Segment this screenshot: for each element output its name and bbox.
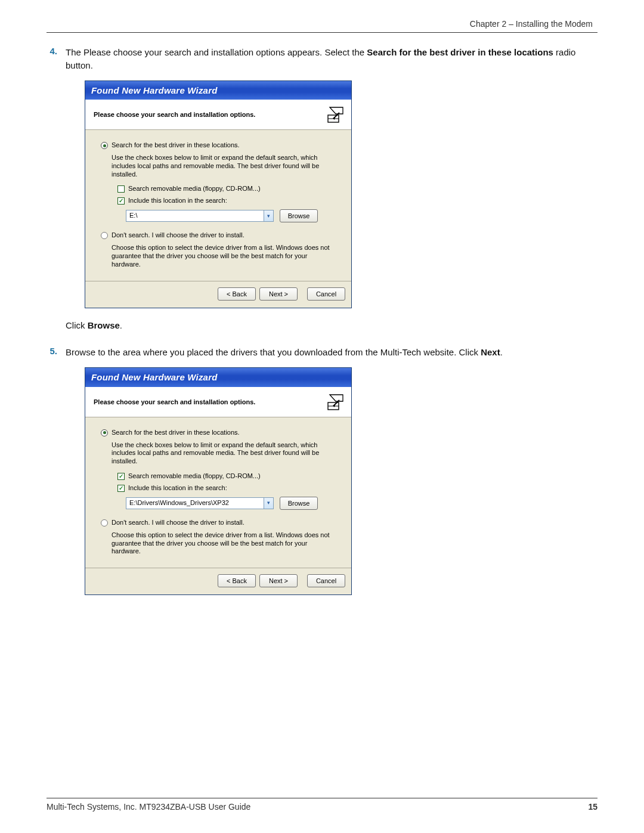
location-input[interactable]: E:\Drivers\Windows_Drivers\XP32: [126, 498, 264, 508]
checkbox-icon: [117, 197, 125, 205]
radio-icon: [101, 142, 108, 149]
radio-label: Search for the best driver in these loca…: [112, 428, 240, 438]
checkbox-icon: [117, 473, 125, 480]
page-footer: Multi-Tech Systems, Inc. MT9234ZBA-USB U…: [47, 798, 597, 812]
wizard-dialog-2: Found New Hardware Wizard Please choose …: [85, 367, 352, 595]
location-input[interactable]: E:\: [126, 211, 264, 221]
text-bold: Next: [481, 347, 500, 357]
checkbox-include-location[interactable]: Include this location in the search:: [117, 484, 336, 493]
radio-icon: [101, 519, 108, 527]
step-text: The Please choose your search and instal…: [66, 46, 597, 340]
spacer: [301, 574, 304, 587]
instruction-click-browse: Click Browse.: [66, 319, 597, 332]
checkbox-icon: [117, 485, 125, 492]
dialog-title: Found New Hardware Wizard: [85, 81, 351, 100]
checkbox-include-location[interactable]: Include this location in the search:: [117, 196, 336, 206]
step-4: 4. The Please choose your search and ins…: [47, 46, 597, 340]
checkbox-removable-media[interactable]: Search removable media (floppy, CD-ROM..…: [117, 184, 336, 194]
dialog-footer: < Back Next > Cancel: [85, 281, 351, 308]
checkbox-label: Include this location in the search:: [128, 196, 227, 206]
radio-label: Don't search. I will choose the driver t…: [112, 231, 244, 240]
header-rule: [47, 32, 597, 33]
spacer: [301, 287, 304, 301]
text-bold: Search for the best driver in these loca…: [367, 47, 553, 57]
radio-icon: [101, 232, 108, 239]
radio-search-best[interactable]: Search for the best driver in these loca…: [101, 428, 336, 438]
checkbox-label: Include this location in the search:: [128, 484, 227, 493]
next-button[interactable]: Next >: [259, 574, 298, 587]
dialog-header: Please choose your search and installati…: [85, 100, 351, 130]
chevron-down-icon[interactable]: ▾: [264, 498, 273, 509]
radio-label: Don't search. I will choose the driver t…: [112, 518, 244, 528]
option-description: Choose this option to select the device …: [112, 531, 336, 556]
text-part: Click: [66, 320, 88, 330]
cancel-button[interactable]: Cancel: [307, 287, 345, 301]
checkbox-label: Search removable media (floppy, CD-ROM..…: [128, 184, 261, 194]
checkbox-icon: [117, 185, 125, 193]
text-part: .: [120, 320, 122, 330]
step-text: Browse to the area where you placed the …: [66, 346, 597, 606]
dialog-subtitle: Please choose your search and installati…: [94, 110, 320, 120]
chevron-down-icon[interactable]: ▾: [264, 210, 273, 221]
page-number: 15: [588, 802, 597, 812]
footer-guide-title: Multi-Tech Systems, Inc. MT9234ZBA-USB U…: [47, 802, 250, 812]
text-part: .: [500, 347, 503, 357]
wizard-icon: [326, 106, 345, 125]
radio-label: Search for the best driver in these loca…: [112, 141, 240, 150]
dialog-header: Please choose your search and installati…: [85, 387, 351, 417]
text-part: Browse to the area where you placed the …: [66, 347, 481, 357]
browse-button[interactable]: Browse: [280, 497, 318, 510]
text-part: The Please choose your search and instal…: [66, 47, 367, 57]
location-combobox[interactable]: E:\ ▾: [126, 210, 274, 222]
step-5: 5. Browse to the area where you placed t…: [47, 346, 597, 606]
step-number: 5.: [47, 346, 57, 606]
option-description: Use the check boxes below to limit or ex…: [112, 441, 336, 466]
back-button[interactable]: < Back: [218, 574, 256, 587]
dialog-body: Search for the best driver in these loca…: [85, 417, 351, 568]
option-description: Choose this option to select the device …: [112, 244, 336, 268]
text-bold: Browse: [88, 320, 120, 330]
radio-dont-search[interactable]: Don't search. I will choose the driver t…: [101, 231, 336, 240]
location-combobox[interactable]: E:\Drivers\Windows_Drivers\XP32 ▾: [126, 497, 274, 509]
location-row: E:\ ▾ Browse: [126, 209, 336, 222]
page-header: Chapter 2 – Installing the Modem: [47, 19, 597, 32]
step-number: 4.: [47, 46, 57, 340]
browse-button[interactable]: Browse: [280, 209, 318, 222]
cancel-button[interactable]: Cancel: [307, 574, 345, 587]
option-description: Use the check boxes below to limit or ex…: [112, 154, 336, 178]
wizard-icon: [326, 393, 345, 412]
wizard-dialog-1: Found New Hardware Wizard Please choose …: [85, 80, 352, 308]
radio-search-best[interactable]: Search for the best driver in these loca…: [101, 141, 336, 150]
radio-icon: [101, 429, 108, 436]
footer-rule: [47, 798, 597, 798]
back-button[interactable]: < Back: [218, 287, 256, 301]
dialog-body: Search for the best driver in these loca…: [85, 130, 351, 280]
dialog-title: Found New Hardware Wizard: [85, 368, 351, 387]
dialog-footer: < Back Next > Cancel: [85, 568, 351, 594]
location-row: E:\Drivers\Windows_Drivers\XP32 ▾ Browse: [126, 497, 336, 510]
checkbox-label: Search removable media (floppy, CD-ROM..…: [128, 472, 261, 481]
next-button[interactable]: Next >: [259, 287, 298, 301]
checkbox-removable-media[interactable]: Search removable media (floppy, CD-ROM..…: [117, 472, 336, 481]
radio-dont-search[interactable]: Don't search. I will choose the driver t…: [101, 518, 336, 528]
dialog-subtitle: Please choose your search and installati…: [94, 398, 320, 407]
